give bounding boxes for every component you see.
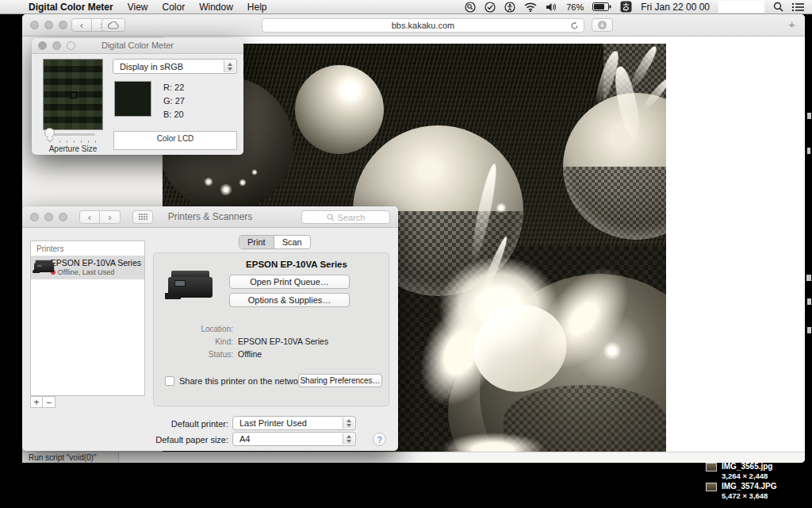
dcm-titlebar: Digital Color Meter [32,38,243,54]
options-supplies-button[interactable]: Options & Supplies… [229,293,350,307]
green-value: G: 27 [163,96,185,106]
printer-detail-panel: EPSON EP-10VA Series Open Print Queue… O… [153,252,389,406]
status-value: Offline [238,349,262,359]
file-name: IMG_3574.JPG [722,482,776,491]
clipped-desktop-label [807,298,811,305]
kind-label: Kind: [157,337,233,346]
battery-percent: 76% [566,2,584,12]
default-paper-dropdown[interactable]: A4 [232,432,356,446]
minimize-window-button[interactable] [44,21,53,29]
file-thumbnail-icon [706,483,717,491]
printer-name: EPSON EP-10VA Series [51,258,141,267]
aperture-preview[interactable] [43,59,103,130]
clipped-desktop-label [806,275,811,281]
aperture-square [71,92,77,98]
printer-detail-title: EPSON EP-10VA Series [229,260,364,269]
clipped-desktop-label [807,113,811,119]
printer-icon [34,258,44,266]
desktop-file-2[interactable]: IMG_3574.JPG 5,472 × 3,648 [706,482,776,501]
address-bar[interactable]: bbs.kakaku.com [262,18,584,33]
sphere-right-reflection [563,167,666,240]
printers-scanners-window: ‹ › Printers & Scanners Search Printers … [22,206,398,451]
menu-color[interactable]: Color [162,2,185,13]
file-dimensions: 5,472 × 3,648 [722,491,776,501]
open-print-queue-button[interactable]: Open Print Queue… [229,275,350,289]
wifi-icon[interactable] [524,2,537,12]
back-button[interactable]: ‹ [71,18,92,32]
clipped-desktop-label [807,148,810,154]
spotlight-search-icon[interactable] [773,2,783,12]
search-icon [327,214,335,221]
prefs-titlebar: ‹ › Printers & Scanners Search [22,206,398,228]
file-name: IMG_3565.jpg [722,462,772,471]
display-mode-value: Display in sRGB [120,62,183,71]
status-link-target: Run script "void(0)" [22,452,119,463]
menu-help[interactable]: Help [247,2,267,13]
share-printer-label: Share this printer on the network [179,376,305,386]
dropdown-stepper-icon [343,418,354,429]
aperture-slider-track[interactable] [49,133,95,136]
tab-scan[interactable]: Scan [274,236,310,248]
add-printer-button[interactable]: + [30,396,43,408]
sidebar-header: Printers [31,241,144,256]
japanese-input-icon[interactable] [620,1,632,13]
sphere-top-center [295,65,384,154]
menu-bar: Digital Color Meter View Color Window He… [0,0,812,14]
red-value: R: 22 [163,83,184,92]
battery-icon[interactable] [592,2,611,11]
default-printer-label: Default printer: [141,419,228,429]
dropdown-stepper-icon [224,60,236,72]
printers-sidebar: Printers EPSON EP-10VA Series Offline, L… [30,241,145,396]
notification-center-icon[interactable] [792,2,804,12]
browser-toolbar: ‹ › bbs.kakaku.com + [22,14,805,37]
clipped-desktop-label [807,327,811,333]
app-menu[interactable]: Digital Color Meter [29,2,113,13]
file-thumbnail-icon [706,463,717,471]
url-text: bbs.kakaku.com [392,21,454,30]
sharing-preferences-button[interactable]: Sharing Preferences… [298,374,382,387]
zoom-menu-icon[interactable] [465,2,476,13]
aperture-slider-knob[interactable] [44,128,55,138]
downloads-button[interactable] [592,18,613,32]
check-circle-icon[interactable] [485,2,496,13]
default-paper-label: Default paper size: [141,435,228,444]
kind-value: EPSON EP-10VA Series [238,337,328,346]
accessibility-icon[interactable] [504,2,515,13]
volume-icon[interactable] [546,2,557,12]
file-dimensions: 3,264 × 2,448 [722,471,772,481]
icloud-tabs-button[interactable] [102,18,125,32]
menu-window[interactable]: Window [199,2,233,13]
window-title: Digital Color Meter [32,40,243,50]
location-label: Location: [157,325,233,333]
display-name-box: Color LCD [113,131,237,150]
share-printer-checkbox[interactable] [165,376,174,386]
printer-list-item[interactable]: EPSON EP-10VA Series Offline, Last Used [31,256,144,279]
aperture-size-label: Aperture Size [40,144,106,153]
close-window-button[interactable] [30,21,39,29]
print-scan-tabs: Print Scan [239,235,311,249]
printer-status: Offline, Last Used [58,268,114,276]
digital-color-meter-window: Digital Color Meter Display in sRGB R: 2… [32,38,243,155]
default-paper-value: A4 [239,434,250,444]
search-input[interactable]: Search [301,210,390,224]
blue-value: B: 20 [163,110,184,119]
default-printer-dropdown[interactable]: Last Printer Used [232,416,356,430]
browser-status-bar: Run script "void(0)" [22,452,805,463]
tab-print[interactable]: Print [239,236,274,248]
remove-printer-button[interactable]: − [43,396,56,408]
menubar-blank-field [718,1,764,13]
zoom-window-button[interactable] [59,21,67,29]
display-mode-dropdown[interactable]: Display in sRGB [113,59,237,74]
desktop-file-1[interactable]: IMG_3565.jpg 3,264 × 2,448 [706,462,772,481]
sampled-color-swatch [114,81,151,117]
default-printer-value: Last Printer Used [239,418,307,428]
search-placeholder: Search [338,213,366,222]
reload-icon[interactable] [570,21,579,30]
clock[interactable]: Fri Jan 22 00 00 [641,2,710,13]
status-label: Status: [157,350,233,359]
dropdown-stepper-icon [343,433,354,444]
new-tab-button[interactable]: + [788,17,795,31]
menu-view[interactable]: View [128,2,148,13]
help-button[interactable]: ? [373,433,386,446]
